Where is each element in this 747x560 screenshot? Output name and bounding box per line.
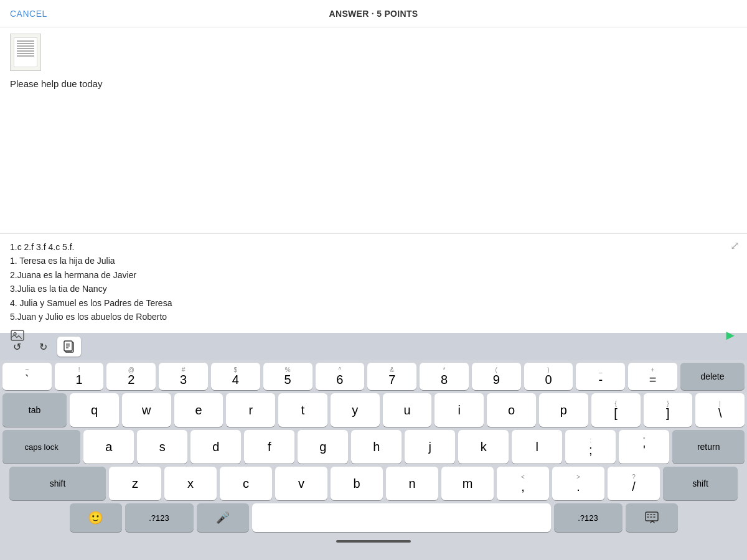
symbol-key-right[interactable]: .?123 xyxy=(554,503,622,532)
key-plus-equals[interactable]: + = xyxy=(628,363,677,390)
emoji-key[interactable]: 🙂 xyxy=(70,503,122,532)
key-w[interactable]: w xyxy=(122,393,171,427)
answer-toolbar: ► xyxy=(10,327,737,343)
home-indicator xyxy=(0,535,747,548)
home-bar xyxy=(336,540,411,543)
keyboard-container: ↺ ↻ ~ ` ! 1 @ 2 xyxy=(0,333,747,560)
key-v[interactable]: v xyxy=(275,467,327,500)
key-c[interactable]: c xyxy=(220,467,272,500)
key-exclaim-1[interactable]: ! 1 xyxy=(55,363,104,390)
symbol-key-left[interactable]: .?123 xyxy=(125,503,194,532)
key-u[interactable]: u xyxy=(383,393,432,427)
question-area: Please help due today xyxy=(0,27,747,233)
answer-text[interactable]: 1.c 2.f 3.f 4.c 5.f. 1. Teresa es la hij… xyxy=(10,240,737,324)
answer-toolbar-left xyxy=(10,329,25,342)
key-x[interactable]: x xyxy=(164,467,217,500)
question-text: Please help due today xyxy=(10,77,737,91)
key-z[interactable]: z xyxy=(109,467,161,500)
shift-left-key[interactable]: shift xyxy=(9,467,106,500)
key-brace-bracket[interactable]: { [ xyxy=(591,393,641,427)
key-s[interactable]: s xyxy=(137,430,187,464)
key-lparen-9[interactable]: ( 9 xyxy=(472,363,521,390)
key-y[interactable]: y xyxy=(331,393,380,427)
key-tilde-grave[interactable]: ~ ` xyxy=(2,363,52,390)
header: CANCEL ANSWER · 5 POINTS xyxy=(0,0,747,27)
shift-right-key[interactable]: shift xyxy=(663,467,738,500)
tab-key[interactable]: tab xyxy=(2,393,67,427)
send-button[interactable]: ► xyxy=(723,327,737,343)
attachment-thumbnail[interactable] xyxy=(10,34,41,71)
key-amp-7[interactable]: & 7 xyxy=(367,363,416,390)
key-colon-semicolon[interactable]: : ; xyxy=(565,430,616,464)
key-percent-5[interactable]: % 5 xyxy=(263,363,312,390)
return-key[interactable]: return xyxy=(672,430,745,464)
key-hash-3[interactable]: # 3 xyxy=(159,363,208,390)
keyboard-row-qwerty: tab q w e r t y u i o p { [ } ] | \ xyxy=(2,393,745,427)
keyboard-row-numbers: ~ ` ! 1 @ 2 # 3 $ 4 % 5 xyxy=(2,363,745,390)
key-q[interactable]: q xyxy=(70,393,119,427)
keyboard-row-zxcv: shift z x c v b n m < , > . ? / shift xyxy=(2,467,745,500)
key-t[interactable]: t xyxy=(278,393,327,427)
key-i[interactable]: i xyxy=(435,393,484,427)
key-pipe-backslash[interactable]: | \ xyxy=(695,393,745,427)
key-at-2[interactable]: @ 2 xyxy=(106,363,156,390)
key-caret-6[interactable]: ^ 6 xyxy=(316,363,365,390)
key-j[interactable]: j xyxy=(405,430,455,464)
key-l[interactable]: l xyxy=(512,430,562,464)
key-p[interactable]: p xyxy=(539,393,588,427)
key-question-slash[interactable]: ? / xyxy=(608,467,660,500)
microphone-key[interactable]: 🎤 xyxy=(197,503,249,532)
space-key[interactable] xyxy=(252,503,551,532)
key-f[interactable]: f xyxy=(244,430,294,464)
cancel-button[interactable]: CANCEL xyxy=(10,9,47,19)
key-underscore-minus[interactable]: _ - xyxy=(576,363,625,390)
header-title: ANSWER · 5 POINTS xyxy=(329,9,418,19)
key-star-8[interactable]: * 8 xyxy=(420,363,469,390)
key-gt-period[interactable]: > . xyxy=(552,467,604,500)
key-quote-apostrophe[interactable]: " ' xyxy=(619,430,669,464)
key-dollar-4[interactable]: $ 4 xyxy=(211,363,260,390)
key-o[interactable]: o xyxy=(487,393,536,427)
key-b[interactable]: b xyxy=(331,467,383,500)
key-n[interactable]: n xyxy=(386,467,438,500)
keyboard-row-space: 🙂 .?123 🎤 .?123 xyxy=(2,503,745,532)
key-h[interactable]: h xyxy=(351,430,402,464)
key-d[interactable]: d xyxy=(190,430,241,464)
answer-area[interactable]: ⤢ 1.c 2.f 3.f 4.c 5.f. 1. Teresa es la h… xyxy=(0,233,747,333)
key-rbrace-rbracket[interactable]: } ] xyxy=(644,393,693,427)
image-attach-button[interactable] xyxy=(10,329,25,342)
key-m[interactable]: m xyxy=(441,467,494,500)
key-rparen-0[interactable]: ) 0 xyxy=(524,363,573,390)
expand-icon[interactable]: ⤢ xyxy=(730,239,740,253)
delete-key[interactable]: delete xyxy=(680,363,745,390)
keyboard: ~ ` ! 1 @ 2 # 3 $ 4 % 5 xyxy=(0,360,747,532)
key-a[interactable]: a xyxy=(83,430,134,464)
hide-keyboard-key[interactable] xyxy=(626,503,678,532)
key-g[interactable]: g xyxy=(298,430,348,464)
key-r[interactable]: r xyxy=(226,393,275,427)
svg-rect-7 xyxy=(646,512,658,521)
key-e[interactable]: e xyxy=(174,393,223,427)
svg-point-1 xyxy=(14,333,16,335)
key-lt-comma[interactable]: < , xyxy=(497,467,549,500)
key-k[interactable]: k xyxy=(458,430,509,464)
keyboard-row-asdf: caps lock a s d f g h j k l : ; " ' retu… xyxy=(2,430,745,464)
caps-lock-key[interactable]: caps lock xyxy=(2,430,80,464)
svg-rect-0 xyxy=(11,330,24,340)
